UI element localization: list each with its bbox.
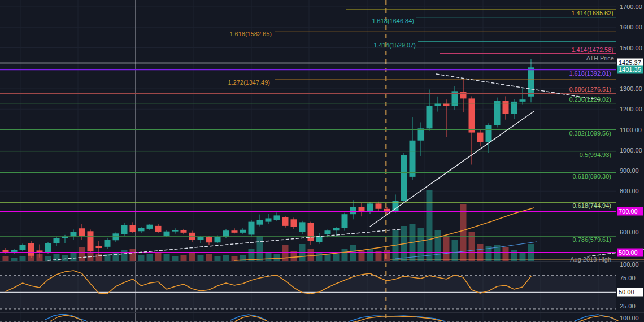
candle-down bbox=[503, 101, 509, 114]
candle-up bbox=[20, 245, 26, 250]
candle-up bbox=[249, 222, 255, 235]
candle-up bbox=[266, 218, 272, 221]
candle-up bbox=[113, 233, 119, 240]
candle-up bbox=[164, 232, 170, 236]
volume-bar bbox=[520, 252, 526, 261]
candle-up bbox=[435, 103, 441, 106]
candle-up bbox=[333, 228, 340, 230]
candle-up bbox=[528, 67, 534, 96]
candle-down bbox=[477, 133, 484, 142]
volume-bar bbox=[359, 250, 365, 261]
candle-up bbox=[486, 125, 492, 142]
candle-down bbox=[79, 228, 85, 236]
candle-up bbox=[138, 228, 145, 231]
candle-up bbox=[494, 101, 501, 125]
candle-up bbox=[121, 225, 128, 234]
volume-bar bbox=[308, 249, 314, 261]
volume-bar bbox=[79, 247, 85, 261]
volume-bar bbox=[20, 256, 26, 261]
candle-up bbox=[147, 225, 153, 229]
volume-bar bbox=[11, 258, 18, 261]
volume-bar bbox=[266, 253, 272, 261]
aug-2018-high-note: Aug 2018 High bbox=[570, 256, 611, 263]
candle-down bbox=[206, 237, 212, 242]
volume-bar bbox=[181, 255, 187, 261]
candle-up bbox=[54, 238, 60, 243]
candle-down bbox=[96, 246, 102, 248]
candle-up bbox=[71, 232, 77, 237]
volume-bar bbox=[198, 255, 204, 261]
stoch-d-line bbox=[51, 315, 82, 321]
candle-down bbox=[460, 92, 467, 98]
volume-bar bbox=[452, 240, 458, 261]
volume-bar bbox=[62, 255, 68, 261]
candle-up bbox=[418, 128, 424, 140]
volume-bar bbox=[316, 252, 323, 261]
volume-bar bbox=[511, 250, 517, 261]
candle-down bbox=[88, 231, 94, 251]
candle-down bbox=[28, 243, 34, 256]
candle-down bbox=[181, 230, 187, 233]
candle-up bbox=[274, 215, 280, 220]
volume-bar bbox=[71, 253, 77, 261]
volume-bar bbox=[443, 236, 450, 261]
volume-bar bbox=[215, 256, 221, 261]
volume-bar bbox=[96, 254, 102, 261]
chart-canvas[interactable] bbox=[0, 0, 644, 322]
candle-down bbox=[37, 250, 43, 252]
candle-down bbox=[282, 217, 289, 226]
volume-bar bbox=[189, 253, 195, 261]
candle-down bbox=[376, 203, 382, 208]
volume-bar bbox=[384, 250, 390, 261]
candle-up bbox=[257, 220, 263, 225]
volume-bar bbox=[325, 254, 331, 261]
candle-down bbox=[308, 223, 314, 241]
candle-down bbox=[384, 209, 390, 211]
candle-up bbox=[427, 106, 433, 128]
volume-bar bbox=[427, 190, 433, 261]
candle-up bbox=[299, 222, 306, 232]
candle-down bbox=[469, 98, 475, 132]
volume-bar bbox=[367, 249, 373, 261]
volume-bar bbox=[164, 254, 170, 261]
candle-up bbox=[520, 99, 526, 102]
candle-up bbox=[11, 250, 18, 252]
candle-up bbox=[105, 240, 111, 247]
volume-bar bbox=[121, 250, 128, 261]
volume-bar bbox=[130, 249, 136, 261]
candle-up bbox=[367, 203, 373, 211]
candle-up bbox=[240, 230, 246, 233]
volume-bar bbox=[3, 256, 9, 261]
candle-down bbox=[359, 207, 365, 211]
candle-up bbox=[62, 236, 68, 238]
candle-down bbox=[155, 226, 162, 232]
volume-bar bbox=[155, 253, 162, 261]
candle-down bbox=[3, 250, 9, 252]
candle-down bbox=[130, 225, 136, 232]
candle-up bbox=[325, 230, 331, 234]
volume-bar bbox=[342, 249, 348, 261]
candle-down bbox=[291, 219, 297, 227]
stoch-k-line bbox=[230, 315, 266, 320]
candle-down bbox=[232, 230, 238, 233]
volume-bar bbox=[333, 254, 340, 261]
volume-bar bbox=[274, 254, 280, 261]
candle-up bbox=[350, 207, 356, 214]
volume-bar bbox=[257, 236, 263, 261]
candle-up bbox=[342, 214, 348, 228]
volume-bar bbox=[206, 254, 212, 261]
volume-bar bbox=[223, 255, 229, 261]
trading-chart[interactable]: 1.414(1685.62)1.618(1646.84)1.618(1582.6… bbox=[0, 0, 644, 322]
candle-up bbox=[401, 155, 407, 201]
candle-up bbox=[45, 243, 51, 253]
rally-support-line bbox=[370, 111, 534, 227]
volume-bar bbox=[138, 255, 145, 261]
candle-up bbox=[172, 230, 179, 232]
ath-price-note: ATH Price bbox=[586, 55, 614, 62]
candle-up bbox=[215, 237, 221, 242]
candle-up bbox=[410, 141, 416, 177]
candle-up bbox=[198, 237, 204, 240]
volume-bar bbox=[172, 256, 179, 261]
candle-down bbox=[443, 103, 450, 106]
volume-bar bbox=[147, 254, 153, 261]
